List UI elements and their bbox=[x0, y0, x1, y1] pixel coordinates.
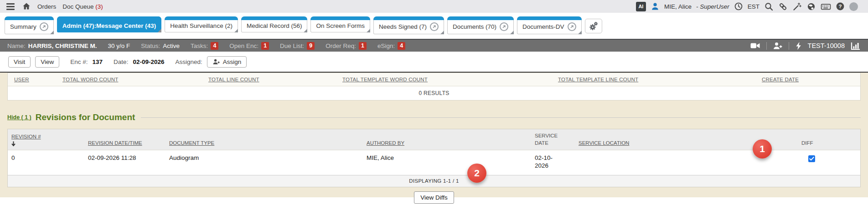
chart-tab-bar: Summary Admin (47):Message Center (43) H… bbox=[0, 13, 868, 39]
view-diffs-row: View Diffs bbox=[7, 191, 861, 204]
divider bbox=[766, 42, 767, 50]
tasks-count-badge[interactable]: 4 bbox=[211, 42, 218, 50]
tab-label: Health Surveillance (2) bbox=[170, 22, 232, 29]
revision-datetime-cell: 02-09-2026 11:28 bbox=[84, 154, 165, 162]
top-bar-left: Orders Doc Queue (3) bbox=[5, 2, 103, 11]
column-label: REVISION # bbox=[11, 134, 41, 139]
view-button[interactable]: View bbox=[35, 56, 59, 68]
current-user-name[interactable]: MIE, Alice bbox=[664, 3, 692, 10]
patient-header-bar: Name: HARRIS, CHRISTINE M. 30 y/o F Stat… bbox=[0, 39, 868, 52]
date-label: Date: bbox=[114, 58, 128, 65]
nav-orders[interactable]: Orders bbox=[37, 3, 56, 10]
help-icon[interactable]: ? bbox=[836, 2, 845, 11]
video-camera-icon[interactable] bbox=[750, 42, 760, 50]
column-total-template-word-count[interactable]: TOTAL TEMPLATE WORD COUNT bbox=[342, 77, 558, 82]
search-icon[interactable] bbox=[764, 2, 774, 11]
heading-rule bbox=[141, 117, 861, 118]
column-create-date[interactable]: CREATE DATE bbox=[762, 77, 860, 82]
chart-icon[interactable] bbox=[851, 42, 861, 50]
column-user[interactable]: USER bbox=[8, 77, 62, 82]
tab-summary[interactable]: Summary bbox=[5, 16, 54, 34]
clock-icon[interactable] bbox=[734, 2, 743, 11]
esign-count-badge[interactable]: 4 bbox=[398, 42, 405, 50]
user-icon[interactable] bbox=[651, 2, 660, 11]
tab-documents[interactable]: Documents (70) bbox=[447, 16, 514, 34]
column-total-line-count[interactable]: TOTAL LINE COUNT bbox=[208, 77, 342, 82]
doc-queue-count: (3) bbox=[95, 3, 103, 10]
tab-label: Documents (70) bbox=[453, 23, 496, 30]
diff-checkbox[interactable] bbox=[808, 155, 815, 162]
column-authored-by[interactable]: AUTHORED BY bbox=[363, 139, 531, 147]
empty-results-row: 0 RESULTS bbox=[8, 86, 860, 100]
tab-label: Documents-DV bbox=[522, 23, 564, 30]
hamburger-icon[interactable] bbox=[5, 2, 16, 11]
assign-button[interactable]: Assign bbox=[207, 56, 247, 68]
tab-settings-button[interactable] bbox=[585, 19, 602, 33]
tab-label: On Screen Forms bbox=[316, 22, 365, 29]
revisions-table: REVISION # REVISION DATE/TIME DOCUMENT T… bbox=[7, 129, 861, 187]
encounter-bar: Visit View Enc #: 137 Date: 02-09-2026 A… bbox=[0, 52, 868, 73]
popout-icon[interactable] bbox=[568, 22, 576, 31]
tab-label: Medical Record (56) bbox=[247, 22, 302, 29]
patient-bar-actions: TEST-10008 bbox=[750, 42, 861, 50]
column-total-template-line-count[interactable]: TOTAL TEMPLATE LINE COUNT bbox=[558, 77, 762, 82]
popout-icon[interactable] bbox=[430, 22, 439, 31]
due-list-label: Due List: bbox=[280, 42, 304, 49]
person-add-icon[interactable] bbox=[773, 42, 783, 50]
word-count-table-header: USER TOTAL WORD COUNT TOTAL LINE COUNT T… bbox=[8, 73, 860, 86]
column-label: SERVICE DATE bbox=[535, 132, 560, 147]
enc-number-value: 137 bbox=[93, 58, 103, 65]
tab-on-screen-forms[interactable]: On Screen Forms bbox=[310, 16, 370, 32]
column-revision-number[interactable]: REVISION # bbox=[8, 133, 84, 147]
presence-dot[interactable] bbox=[849, 2, 858, 11]
order-req-label: Order Req: bbox=[326, 42, 356, 49]
open-enc-count-badge[interactable]: 1 bbox=[261, 42, 269, 50]
name-label: Name: bbox=[7, 42, 26, 49]
link-icon[interactable] bbox=[778, 2, 788, 11]
due-list-count-badge[interactable]: 9 bbox=[307, 42, 315, 50]
hide-revisions-link[interactable]: Hide ( 1 ) bbox=[7, 114, 31, 121]
revision-number-cell: 0 bbox=[8, 154, 84, 162]
tab-label: Admin (47):Message Center (43) bbox=[62, 22, 156, 29]
date-value: 02-09-2026 bbox=[133, 58, 164, 65]
timezone-label[interactable]: EST bbox=[748, 3, 760, 10]
ai-assistant-button[interactable]: AI bbox=[636, 2, 646, 11]
visit-button[interactable]: Visit bbox=[8, 56, 31, 68]
annotation-circle-2: 2 bbox=[467, 164, 486, 183]
divider bbox=[789, 42, 789, 50]
tab-label: Summary bbox=[10, 23, 36, 30]
patient-demographics: 30 y/o F bbox=[108, 42, 130, 49]
tab-health-surveillance[interactable]: Health Surveillance (2) bbox=[165, 16, 238, 32]
column-revision-datetime[interactable]: REVISION DATE/TIME bbox=[84, 139, 165, 147]
popout-icon[interactable] bbox=[500, 22, 508, 31]
top-bar-right: AI MIE, Alice - SuperUser EST bbox=[636, 2, 858, 11]
column-document-type[interactable]: DOCUMENT TYPE bbox=[165, 139, 363, 147]
doc-queue-label: Doc Queue bbox=[62, 3, 93, 10]
keyboard-icon[interactable] bbox=[821, 2, 831, 11]
wand-icon[interactable] bbox=[792, 2, 802, 11]
current-user-role: - SuperUser bbox=[696, 3, 729, 10]
tab-label: Needs Signed (7) bbox=[379, 23, 427, 30]
order-req-count-badge[interactable]: 1 bbox=[359, 42, 367, 50]
tasks-label: Tasks: bbox=[191, 42, 208, 49]
word-count-table: USER TOTAL WORD COUNT TOTAL LINE COUNT T… bbox=[7, 73, 861, 100]
tab-documents-dv[interactable]: Documents-DV bbox=[517, 16, 582, 34]
lightning-icon[interactable] bbox=[795, 42, 802, 50]
home-icon[interactable] bbox=[22, 2, 31, 11]
service-date-value: 02-10-2026 bbox=[535, 154, 557, 170]
column-total-word-count[interactable]: TOTAL WORD COUNT bbox=[62, 77, 208, 82]
column-service-date[interactable]: SERVICE DATE bbox=[531, 132, 575, 147]
globe-icon[interactable] bbox=[806, 2, 816, 11]
tab-needs-signed[interactable]: Needs Signed (7) bbox=[373, 16, 444, 34]
enc-number-label: Enc #: bbox=[70, 58, 88, 65]
tab-medical-record[interactable]: Medical Record (56) bbox=[241, 16, 308, 32]
revision-row: 0 02-09-2026 11:28 Audiogram MIE, Alice … bbox=[8, 150, 860, 175]
patient-chart-id[interactable]: TEST-10008 bbox=[808, 42, 845, 49]
sort-desc-icon bbox=[11, 141, 84, 147]
revisions-title: Revisions for Document bbox=[36, 112, 135, 122]
view-diffs-button[interactable]: View Diffs bbox=[414, 191, 454, 204]
nav-doc-queue[interactable]: Doc Queue (3) bbox=[62, 3, 103, 10]
person-add-icon bbox=[212, 58, 220, 65]
popout-icon[interactable] bbox=[40, 22, 48, 31]
tab-admin-message-center[interactable]: Admin (47):Message Center (43) bbox=[57, 16, 162, 32]
